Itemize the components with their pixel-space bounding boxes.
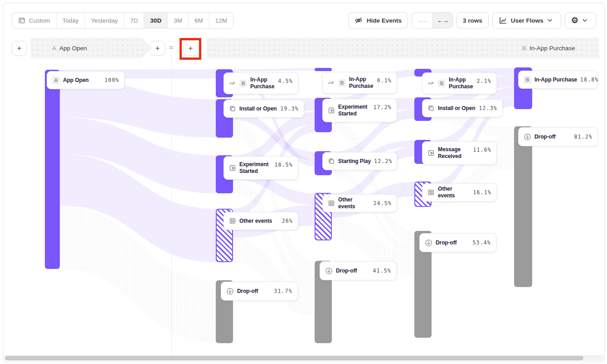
in-app-purchase-5-card[interactable]: BIn-App Purchase18.8% <box>518 71 598 89</box>
chevron-down-icon <box>548 19 555 22</box>
install-or-open-4-card[interactable]: Install or Open12.3% <box>422 99 503 117</box>
node-label: In-App Purchase <box>250 77 275 90</box>
drop-off-2-card[interactable]: Drop-off31.7% <box>221 282 298 301</box>
step-a-band[interactable]: A App Open <box>30 38 151 58</box>
view-controls-group: Hide Events →← ←→ 3 rows User Flows <box>348 12 596 29</box>
view-selector-dropdown[interactable]: User Flows <box>492 12 561 29</box>
node-percentage: 41.5% <box>373 268 391 274</box>
add-step-after-a-button[interactable]: + <box>150 41 165 56</box>
hide-events-button[interactable]: Hide Events <box>348 12 408 29</box>
horizontal-scrollbar-thumb[interactable] <box>5 356 583 360</box>
grid-icon <box>427 189 435 196</box>
node-label: Other events <box>239 218 279 225</box>
date-range-12m[interactable]: 12M <box>209 13 233 28</box>
node-percentage: 31.7% <box>274 288 292 294</box>
settings-dropdown[interactable]: ⚙ <box>565 12 596 29</box>
node-label: Other events <box>338 196 370 210</box>
node-label: Install or Open <box>239 105 277 112</box>
experiment-started-2-card[interactable]: Experiment Started18.5% <box>223 156 298 180</box>
expanded-step-band-3[interactable] <box>410 38 519 58</box>
collapse-columns-button[interactable]: →← <box>412 13 432 28</box>
step-a-badge: A <box>52 45 56 52</box>
expand-columns-button[interactable]: ←→ <box>432 13 452 28</box>
node-label: In-App Purchase <box>534 77 577 83</box>
date-range-3m[interactable]: 3M <box>168 13 189 28</box>
date-range-7d[interactable]: 7D <box>124 13 144 28</box>
flows-chart-icon <box>499 16 507 24</box>
add-step-before-a-button[interactable]: + <box>12 41 27 56</box>
column-divider-line <box>171 38 172 354</box>
other-events-3-card[interactable]: Other events24.5% <box>322 194 397 212</box>
app-open-card[interactable]: AApp Open100% <box>47 71 125 89</box>
overlapping-squares-icon <box>427 105 435 112</box>
step-a-label: App Open <box>59 45 87 52</box>
app-window: AApp Open100%BIn-App Purchase4.5%Install… <box>3 3 605 362</box>
expanded-step-band-1[interactable] <box>207 38 319 58</box>
arrow-down-circle-icon <box>226 287 234 295</box>
flow-ribbon <box>332 117 414 246</box>
horizontal-scrollbar-track[interactable] <box>4 355 604 361</box>
click-event-icon <box>427 149 435 157</box>
approx-symbol: ≈ <box>166 42 177 53</box>
in-app-purchase-3-card[interactable]: BIn-App Purchase0.1% <box>322 72 397 94</box>
date-range-30d[interactable]: 30D <box>144 13 168 28</box>
event-badge-b: B <box>239 80 247 87</box>
node-percentage: 16.1% <box>473 189 491 196</box>
trend-arrow-icon <box>328 80 335 86</box>
node-label: Drop-off <box>436 239 469 246</box>
install-or-open-2-card[interactable]: Install or Open19.3% <box>223 100 304 118</box>
eye-off-icon <box>354 16 363 24</box>
drop-off-5-bar[interactable] <box>514 126 532 287</box>
step-b-band[interactable]: B In-App Purchase <box>510 38 599 58</box>
node-label: Starting Play <box>338 158 371 165</box>
node-percentage: 12.2% <box>374 158 393 164</box>
node-percentage: 24.5% <box>373 200 392 206</box>
in-app-purchase-4-card[interactable]: BIn-App Purchase2.1% <box>422 72 497 94</box>
node-label: Other events <box>438 186 470 199</box>
node-percentage: 81.2% <box>574 134 592 140</box>
chevron-down-icon <box>583 19 590 22</box>
node-percentage: 26% <box>282 218 293 224</box>
drop-off-4-card[interactable]: Drop-off53.4% <box>419 233 496 252</box>
rows-button[interactable]: 3 rows <box>456 12 489 29</box>
drop-off-3-card[interactable]: Drop-off41.5% <box>320 261 397 280</box>
toolbar: Custom Today Yesterday 7D 30D 3M 6M 12M <box>12 12 596 29</box>
flow-ribbon <box>233 112 315 160</box>
in-app-purchase-3-bar[interactable] <box>315 68 332 71</box>
step-b-badge: B <box>522 45 526 52</box>
other-events-2-card[interactable]: Other events26% <box>223 212 298 230</box>
expanded-step-band-2[interactable] <box>310 38 419 58</box>
event-badge-b: B <box>524 76 531 84</box>
grid-icon <box>229 217 236 225</box>
date-range-yesterday[interactable]: Yesterday <box>85 13 125 28</box>
arrow-down-circle-icon <box>425 239 432 247</box>
date-range-label: Custom <box>29 17 50 24</box>
drop-off-5-card[interactable]: Drop-off81.2% <box>518 127 598 146</box>
collapse-icon: →← <box>417 17 427 24</box>
other-events-4-card[interactable]: Other events16.1% <box>422 183 497 201</box>
node-percentage: 2.1% <box>477 78 492 84</box>
in-app-purchase-2-card[interactable]: BIn-App Purchase4.5% <box>223 72 298 94</box>
node-label: In-App Purchase <box>449 77 474 90</box>
add-step-highlighted-button[interactable]: + <box>183 41 198 56</box>
flow-ribbon <box>60 117 216 193</box>
date-range-custom[interactable]: Custom <box>12 13 57 28</box>
date-range-6m[interactable]: 6M <box>189 13 209 28</box>
overlapping-squares-icon <box>328 158 335 165</box>
node-label: Drop-off <box>534 134 571 140</box>
event-badge-b: B <box>438 80 446 87</box>
hide-events-label: Hide Events <box>367 17 402 24</box>
date-range-today[interactable]: Today <box>57 13 85 28</box>
overlapping-squares-icon <box>229 105 236 112</box>
app-open-bar[interactable] <box>45 70 60 269</box>
flow-ribbon <box>60 154 216 262</box>
node-percentage: 53.4% <box>472 239 491 246</box>
rows-label: 3 rows <box>463 17 482 24</box>
node-label: Experiment Started <box>338 104 370 117</box>
message-received-4-card[interactable]: Message Received11.6% <box>422 141 497 165</box>
experiment-started-3-card[interactable]: Experiment Started17.2% <box>322 99 397 122</box>
flow-ribbon <box>233 120 315 279</box>
event-badge-b: B <box>338 79 346 87</box>
node-label: Experiment Started <box>239 161 271 175</box>
starting-play-3-card[interactable]: Starting Play12.2% <box>322 152 397 170</box>
